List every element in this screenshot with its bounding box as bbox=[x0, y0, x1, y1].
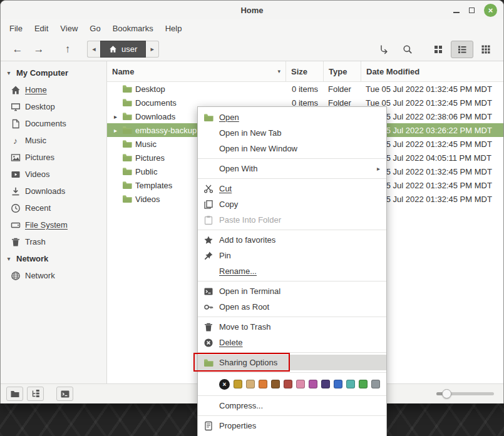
color-swatch[interactable] bbox=[271, 380, 280, 388]
file-row[interactable]: ▸ Desktop 0 items Folder Tue 05 Jul 2022… bbox=[107, 82, 503, 96]
menu-file[interactable]: File bbox=[9, 24, 23, 33]
treeview-toggle-button[interactable] bbox=[27, 387, 44, 401]
breadcrumb-user-button[interactable]: user bbox=[100, 41, 146, 58]
color-swatch[interactable] bbox=[309, 380, 317, 388]
menu-item-delete[interactable]: Delete bbox=[198, 335, 386, 350]
color-swatch[interactable] bbox=[346, 380, 355, 388]
column-header-date-modified[interactable]: Date Modified bbox=[361, 61, 503, 81]
sidebar-item-label: Music bbox=[25, 136, 46, 145]
folder-icon bbox=[122, 111, 132, 121]
search-button[interactable] bbox=[397, 41, 418, 58]
column-header-name[interactable]: Name ▾ bbox=[107, 61, 285, 81]
up-arrow-icon: ↑ bbox=[65, 43, 71, 56]
menu-item-open-as-root[interactable]: Open as Root bbox=[198, 299, 386, 315]
trash-icon bbox=[10, 236, 21, 247]
terminal-toggle-button[interactable] bbox=[56, 387, 73, 401]
file-name: Public bbox=[135, 167, 157, 176]
maximize-button[interactable] bbox=[469, 8, 475, 13]
menu-item-compress[interactable]: Compress... bbox=[198, 398, 386, 413]
menu-separator bbox=[198, 158, 386, 159]
forward-button[interactable]: → bbox=[28, 41, 49, 58]
sidebar-item-desktop[interactable]: Desktop bbox=[1, 98, 106, 115]
list-view-button[interactable] bbox=[451, 41, 473, 58]
zoom-slider[interactable] bbox=[436, 384, 494, 403]
breadcrumb-prev-button[interactable]: ◂ bbox=[87, 41, 100, 58]
color-swatch[interactable] bbox=[359, 380, 368, 388]
breadcrumb-next-button[interactable]: ▸ bbox=[146, 41, 159, 58]
sidebar-item-recent[interactable]: Recent bbox=[1, 200, 106, 216]
menu-item-open-in-new-window[interactable]: Open in New Window bbox=[198, 141, 386, 156]
sidebar-item-label: Trash bbox=[25, 237, 46, 246]
pin-icon bbox=[203, 250, 214, 261]
column-header-type[interactable]: Type bbox=[323, 61, 361, 81]
sidebar: ▾ My Computer Home Desktop Documents ♪ bbox=[1, 61, 107, 383]
menu-item-pin[interactable]: Pin bbox=[198, 248, 386, 263]
sidebar-item-music[interactable]: ♪ Music bbox=[1, 132, 106, 149]
sidebar-item-home[interactable]: Home bbox=[1, 81, 106, 98]
menu-edit[interactable]: Edit bbox=[34, 24, 48, 33]
sidebar-item-pictures[interactable]: Pictures bbox=[1, 149, 106, 166]
file-name: Pictures bbox=[135, 153, 165, 163]
sidebar-item-file-system[interactable]: File System bbox=[1, 216, 106, 233]
minimize-button[interactable] bbox=[453, 8, 460, 13]
chevron-down-icon[interactable]: ▾ bbox=[6, 255, 12, 262]
close-button[interactable]: × bbox=[484, 4, 497, 17]
menu-item-paste-into-folder: Paste Into Folder bbox=[198, 212, 386, 228]
color-swatch[interactable] bbox=[334, 380, 342, 388]
up-button[interactable]: ↑ bbox=[57, 41, 78, 58]
menu-item-add-to-favorites[interactable]: Add to favorites bbox=[198, 232, 386, 248]
sidebar-item-network[interactable]: Network bbox=[1, 267, 106, 284]
color-swatch[interactable] bbox=[296, 380, 305, 388]
color-swatch[interactable] bbox=[284, 380, 292, 388]
titlebar[interactable]: Home × bbox=[1, 1, 503, 19]
expander-icon[interactable]: ▸ bbox=[112, 113, 119, 120]
sidebar-item-videos[interactable]: Videos bbox=[1, 166, 106, 183]
color-swatch[interactable] bbox=[321, 380, 330, 388]
tree-icon bbox=[31, 389, 41, 399]
document-icon bbox=[10, 118, 21, 129]
expander-icon[interactable]: ▸ bbox=[112, 127, 119, 134]
toggle-location-entry-button[interactable] bbox=[373, 41, 394, 58]
sidebar-item-downloads[interactable]: Downloads bbox=[1, 183, 106, 200]
folder-icon bbox=[203, 112, 214, 123]
menu-go[interactable]: Go bbox=[90, 24, 100, 33]
color-swatch[interactable] bbox=[246, 380, 255, 388]
compact-view-button[interactable] bbox=[475, 41, 497, 58]
back-button[interactable]: ← bbox=[7, 41, 28, 58]
menu-bookmarks[interactable]: Bookmarks bbox=[113, 24, 153, 33]
menu-separator bbox=[198, 395, 386, 396]
menu-item-properties[interactable]: Properties bbox=[198, 418, 386, 433]
menu-item-open-in-new-tab[interactable]: Open in New Tab bbox=[198, 125, 386, 141]
icon-view-button[interactable] bbox=[427, 41, 450, 58]
sidebar-item-documents[interactable]: Documents bbox=[1, 115, 106, 132]
chevron-down-icon[interactable]: ▾ bbox=[6, 69, 12, 76]
zoom-slider-track[interactable] bbox=[436, 392, 494, 395]
menu-separator bbox=[198, 372, 386, 373]
menu-view[interactable]: View bbox=[60, 24, 78, 33]
color-swatch[interactable] bbox=[259, 380, 267, 388]
places-toggle-button[interactable] bbox=[6, 387, 23, 401]
menu-item-move-to-trash[interactable]: Move to Trash bbox=[198, 319, 386, 335]
menu-separator bbox=[198, 230, 386, 230]
copy-icon bbox=[203, 199, 214, 210]
menu-help[interactable]: Help bbox=[165, 24, 182, 33]
menu-item-rename[interactable]: Rename... bbox=[198, 263, 386, 279]
clear-color-button[interactable]: × bbox=[219, 379, 230, 390]
color-swatch[interactable] bbox=[371, 380, 380, 388]
scissors-icon bbox=[203, 183, 214, 194]
menu-item-sharing-options[interactable]: Sharing Options bbox=[198, 355, 386, 370]
sidebar-section-my-computer[interactable]: ▾ My Computer bbox=[1, 64, 106, 81]
menu-item-open-in-terminal[interactable]: Open in Terminal bbox=[198, 283, 386, 299]
menu-item-copy[interactable]: Copy bbox=[198, 196, 386, 212]
menu-item-open-with[interactable]: Open With ▸ bbox=[198, 161, 386, 176]
back-arrow-icon: ← bbox=[13, 43, 23, 56]
sidebar-item-trash[interactable]: Trash bbox=[1, 233, 106, 250]
folder-icon bbox=[122, 84, 132, 94]
color-swatch[interactable] bbox=[234, 380, 242, 388]
music-note-icon: ♪ bbox=[10, 135, 21, 146]
column-header-size[interactable]: Size bbox=[285, 61, 323, 81]
sidebar-section-network[interactable]: ▾ Network bbox=[1, 250, 106, 267]
menu-item-cut[interactable]: Cut bbox=[198, 181, 386, 196]
menu-item-open[interactable]: Open bbox=[198, 109, 386, 125]
zoom-slider-handle[interactable] bbox=[442, 389, 451, 398]
